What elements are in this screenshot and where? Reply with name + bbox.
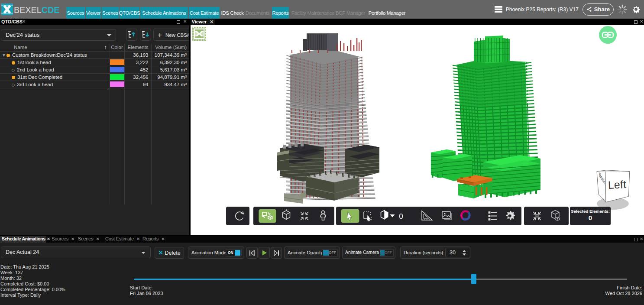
svg-text:0: 0 <box>399 212 403 221</box>
svg-text:Left: Left <box>608 178 626 191</box>
